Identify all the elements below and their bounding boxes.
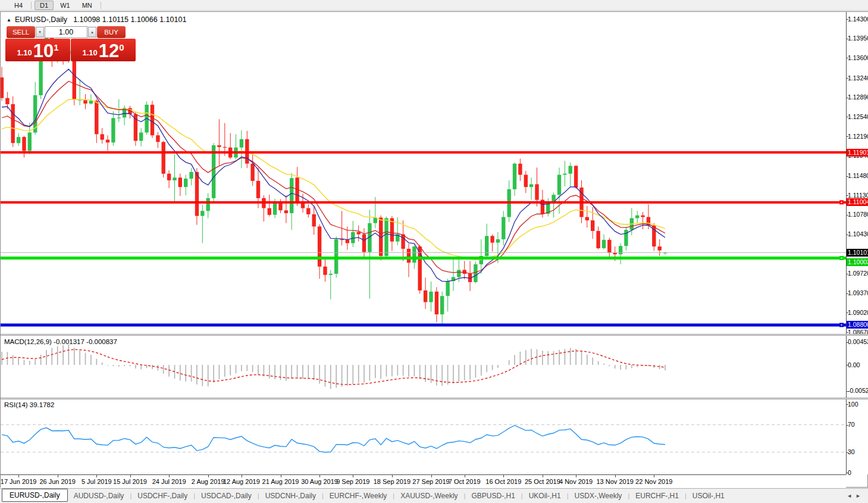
- timeframe-button-mn[interactable]: MN: [77, 1, 98, 10]
- timeframe-button-h4[interactable]: H4: [9, 1, 28, 10]
- time-axis-date-label: 7 Oct 2019: [442, 478, 487, 485]
- support-price-label: 1.10003: [847, 258, 868, 266]
- price-axis-tick-label: 1.12540: [848, 113, 868, 121]
- tab-eurchf-weekly[interactable]: EURCHF-,Weekly: [324, 490, 393, 502]
- time-axis-tickmark: [654, 475, 654, 477]
- sell-price-prefix: 1.10: [17, 48, 32, 57]
- price-axis-tick-label: 1.13600: [848, 54, 868, 62]
- current-price-label: 1.10101: [847, 249, 868, 257]
- toolbar-divider: [31, 2, 32, 9]
- pane-splitter-macd[interactable]: [1, 334, 868, 336]
- rsi-axis-tick-label: 30: [848, 448, 855, 456]
- buy-price-big-digits: 12: [99, 43, 119, 60]
- tab-gbpusd-h1[interactable]: GBPUSD-,H1: [465, 490, 521, 502]
- price-axis-tick-label: 1.09370: [848, 289, 868, 297]
- rsi-axis-tick-label: 0: [848, 469, 851, 477]
- tab-scroll-right-icon[interactable]: ►: [856, 493, 864, 499]
- volume-decrease-button[interactable]: ▾: [36, 27, 44, 38]
- time-axis-tickmark: [353, 475, 353, 477]
- lower-support-price-label: 1.08800: [847, 321, 868, 329]
- time-axis-date-label: 22 Nov 2019: [631, 478, 676, 485]
- time-axis-tickmark: [242, 475, 242, 477]
- timeframe-button-w1[interactable]: W1: [55, 1, 76, 10]
- macd-axis-tick-label: -0.005204: [848, 387, 868, 395]
- price-axis-tick-label: 1.12890: [848, 93, 868, 101]
- time-axis-date-label: 4 Nov 2019: [553, 478, 598, 485]
- one-click-trading-panel: SELL ▾ 1.00 ▴ BUY 1.10101 1.10120: [5, 26, 136, 61]
- buy-price-pipette: 0: [119, 42, 124, 52]
- collapse-panel-icon[interactable]: ▲: [7, 17, 11, 23]
- time-axis-tickmark: [281, 475, 281, 477]
- tab-scroll-left-icon[interactable]: ◄: [847, 493, 856, 499]
- time-axis[interactable]: 17 Jun 201926 Jun 20195 Jul 201915 Jul 2…: [1, 474, 846, 488]
- price-axis-tick-label: 1.10430: [848, 230, 868, 238]
- tab-xauusd-weekly[interactable]: XAUUSD-,Weekly: [394, 490, 463, 502]
- rsi-axis-tick-label: 100: [848, 401, 858, 408]
- sell-price-big-digits: 10: [33, 43, 54, 60]
- volume-increase-button[interactable]: ▴: [88, 27, 96, 38]
- time-axis-date-label: 18 Sep 2019: [369, 478, 415, 485]
- tab-usdcnh-daily[interactable]: USDCNH-,Daily: [259, 490, 322, 502]
- tab-eurchf-h1[interactable]: EURCHF-,H1: [629, 490, 685, 502]
- volume-input[interactable]: 1.00: [45, 26, 87, 38]
- time-axis-date-label: 16 Oct 2019: [481, 478, 526, 485]
- resistance-1-price-label: 1.11901: [847, 149, 868, 157]
- chart-tab-bar: EURUSD-,DailyAUDUSD-,Daily|USDCHF-,Daily…: [0, 488, 868, 503]
- time-axis-date-label: 12 Aug 2019: [219, 478, 264, 485]
- chart-window[interactable]: ▲EURUSD-,Daily1.10098 1.10115 1.10066 1.…: [0, 11, 868, 488]
- price-axis-tick-label: 1.09720: [848, 270, 868, 277]
- trading-terminal: H4D1W1MN ▲EURUSD-,Daily1.10098 1.10115 1…: [0, 0, 868, 503]
- macd-indicator-label: MACD(12,26,9) -0.001317 -0.000837: [4, 338, 117, 345]
- buy-price-display[interactable]: 1.10120: [71, 39, 136, 61]
- time-axis-tickmark: [18, 475, 19, 477]
- rsi-indicator-label: RSI(14) 39.1782: [4, 401, 54, 408]
- sell-price-pipette: 1: [54, 42, 58, 52]
- buy-button[interactable]: BUY: [97, 26, 126, 38]
- time-axis-tickmark: [58, 475, 58, 477]
- time-axis-tickmark: [431, 475, 432, 477]
- price-axis-tick-label: 1.09020: [848, 309, 868, 317]
- time-axis-date-label: 9 Sep 2019: [330, 478, 375, 485]
- price-axis-tick-label: 1.12190: [848, 133, 868, 140]
- sell-button[interactable]: SELL: [7, 26, 35, 38]
- tab-usdx-weekly[interactable]: USDX-,Weekly: [569, 490, 628, 502]
- rsi-axis-tick-label: 70: [848, 421, 855, 429]
- price-axis-tick-label: 1.13240: [848, 74, 868, 82]
- price-chart-canvas: [1, 12, 846, 474]
- time-axis-tickmark: [576, 475, 576, 477]
- tab-ukoil-h1[interactable]: UKOil-,H1: [523, 490, 567, 502]
- toolbar-divider: [101, 2, 101, 9]
- tab-usoil-h1[interactable]: USOil-,H1: [687, 490, 731, 502]
- chart-symbol-label: EURUSD-,Daily: [15, 15, 67, 24]
- tab-usdchf-daily[interactable]: USDCHF-,Daily: [131, 490, 193, 502]
- time-axis-tickmark: [130, 475, 131, 477]
- sell-price-display[interactable]: 1.10101: [5, 39, 70, 61]
- time-axis-date-label: 24 Jul 2019: [146, 478, 192, 485]
- time-axis-date-label: 26 Jun 2019: [35, 478, 80, 485]
- time-axis-date-label: 13 Nov 2019: [593, 478, 638, 485]
- price-axis-tick-label: 1.13950: [848, 35, 868, 42]
- resistance-2-price-label: 1.11004: [847, 198, 868, 206]
- pane-splitter-rsi[interactable]: [1, 398, 868, 399]
- tab-usdcad-daily[interactable]: USDCAD-,Daily: [195, 490, 258, 502]
- price-axis-tick-label: 1.11480: [848, 172, 868, 180]
- timeframe-toolbar: H4D1W1MN: [0, 0, 868, 11]
- timeframe-button-d1[interactable]: D1: [35, 1, 54, 10]
- time-axis-tickmark: [615, 475, 616, 477]
- tab-audusd-daily[interactable]: AUDUSD-,Daily: [68, 490, 130, 502]
- time-axis-tickmark: [465, 475, 465, 477]
- time-axis-tickmark: [96, 475, 97, 477]
- time-axis-tickmark: [503, 475, 504, 477]
- tab-eurusd-daily[interactable]: EURUSD-,Daily: [2, 489, 68, 502]
- price-axis[interactable]: 1.143001.139501.136001.132401.128901.125…: [846, 12, 868, 474]
- buy-price-prefix: 1.10: [82, 48, 97, 57]
- macd-axis-tick-label: 0.00: [848, 361, 860, 369]
- time-axis-tickmark: [208, 475, 209, 477]
- macd-axis-tick-label: 0.004536: [848, 338, 868, 346]
- time-axis-tickmark: [543, 475, 543, 477]
- time-axis-tickmark: [392, 475, 393, 477]
- price-axis-tick-label: 1.10780: [848, 211, 868, 218]
- time-axis-date-label: 15 Jul 2019: [108, 478, 153, 485]
- time-axis-tickmark: [319, 475, 320, 477]
- chart-title: ▲EURUSD-,Daily1.10098 1.10115 1.10066 1.…: [7, 15, 186, 24]
